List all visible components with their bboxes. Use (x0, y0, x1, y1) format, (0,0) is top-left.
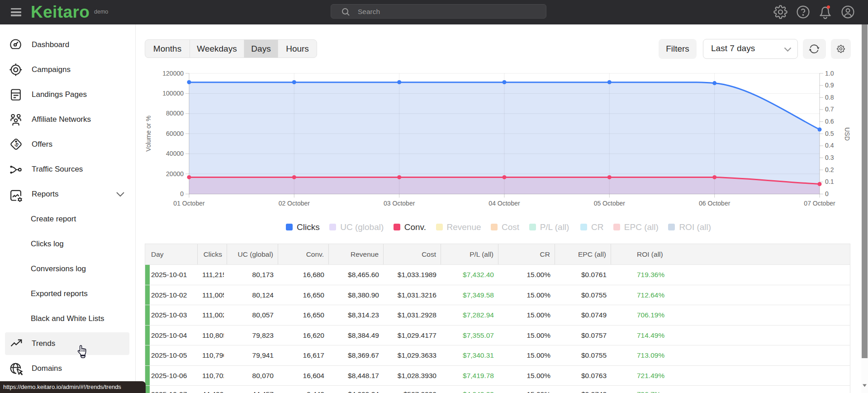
svg-text:01 October: 01 October (173, 200, 205, 207)
svg-text:0.4: 0.4 (825, 142, 834, 149)
svg-text:07 October: 07 October (804, 200, 835, 207)
svg-text:Volume or %: Volume or % (145, 115, 152, 151)
svg-text:0.1: 0.1 (825, 178, 834, 185)
svg-text:60000: 60000 (166, 130, 184, 137)
svg-text:80000: 80000 (166, 110, 184, 117)
svg-text:04 October: 04 October (489, 200, 520, 207)
svg-text:120000: 120000 (162, 70, 184, 77)
svg-text:0.7: 0.7 (825, 105, 834, 113)
svg-text:03 October: 03 October (384, 200, 415, 207)
svg-text:0.5: 0.5 (825, 130, 834, 137)
svg-text:100000: 100000 (162, 90, 184, 97)
svg-text:0.9: 0.9 (825, 81, 834, 89)
svg-text:02 October: 02 October (279, 200, 310, 207)
svg-text:06 October: 06 October (699, 200, 730, 207)
svg-text:0.6: 0.6 (825, 118, 834, 125)
svg-text:20000: 20000 (166, 170, 184, 177)
svg-text:0.2: 0.2 (825, 166, 834, 173)
svg-text:40000: 40000 (166, 150, 184, 157)
svg-text:0: 0 (825, 190, 829, 197)
svg-text:USD: USD (844, 127, 851, 141)
svg-text:0: 0 (180, 190, 184, 197)
svg-text:1.0: 1.0 (825, 70, 834, 77)
svg-text:05 October: 05 October (594, 200, 626, 207)
svg-text:0.3: 0.3 (825, 154, 834, 161)
svg-text:0.8: 0.8 (825, 94, 834, 101)
